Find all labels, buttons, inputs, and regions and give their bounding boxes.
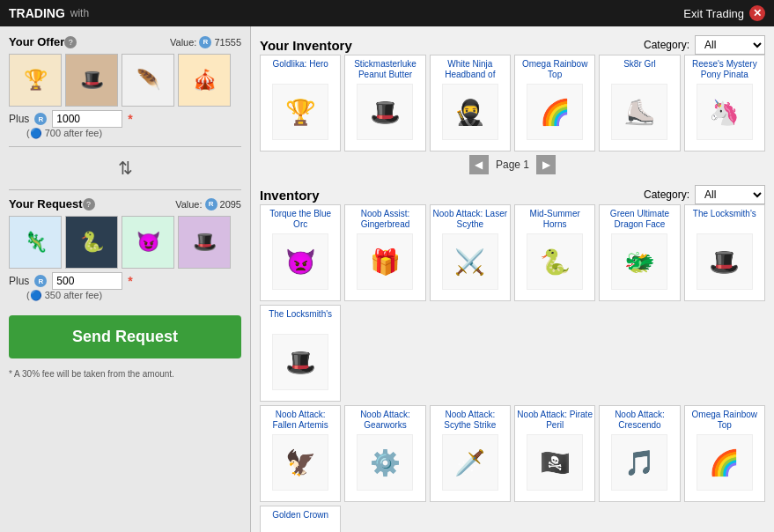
request-plus-input[interactable] — [52, 272, 122, 290]
your-request-value-row: Value: R 2095 — [175, 198, 241, 211]
offer-plus-row: Plus R * — [9, 110, 241, 128]
request-item-4[interactable]: 🎩 — [178, 216, 231, 269]
inventory-category-select[interactable]: All — [695, 185, 765, 204]
request-plus-row: Plus R * — [9, 272, 241, 290]
your-inventory-grid: Goldlika: Hero 🏆 Stickmasterluke Peanut … — [260, 55, 765, 151]
panel-divider-1 — [9, 146, 241, 147]
list-item[interactable]: Noob Assist: Gingerbread 🎁 — [344, 204, 425, 301]
request-fee-label: (🔵 350 after fee) — [26, 290, 241, 301]
request-plus-label: Plus — [9, 275, 29, 287]
offer-item-1[interactable]: 🏆 — [9, 54, 62, 107]
item-image: 🎁 — [357, 233, 413, 290]
request-star: * — [128, 274, 132, 288]
your-inventory-title: Your Inventory — [260, 38, 352, 53]
your-offer-help-icon[interactable]: ? — [64, 36, 77, 48]
list-item[interactable]: Noob Attack: Crescendo 🎵 — [599, 405, 680, 502]
item-name: Green Ultimate Dragon Face — [601, 209, 677, 230]
your-request-title: Your Request — [9, 197, 83, 211]
item-image: 🦅 — [272, 434, 328, 491]
send-request-button[interactable]: Send Request — [9, 315, 241, 358]
item-name: Omega Rainbow Top — [687, 410, 763, 431]
arrows-row: ⇅ — [9, 154, 241, 182]
trading-title: TRADING — [9, 6, 65, 20]
item-image: 🎩 — [357, 84, 413, 140]
fee-note: * A 30% fee will be taken from the amoun… — [9, 369, 241, 379]
your-offer-section: Your Offer ? Value: R 71555 🏆 🎩 🪶 — [9, 35, 241, 139]
item-image: ⛸️ — [611, 84, 667, 140]
inventory-title: Inventory — [260, 188, 320, 203]
list-item[interactable]: Noob Attack: Scythe Strike 🗡️ — [430, 405, 511, 502]
your-inventory-category-select[interactable]: All — [695, 35, 765, 55]
list-item[interactable]: Reese's Mystery Pony Pinata 🦄 — [684, 55, 765, 151]
list-item[interactable]: Noob Attack: Fallen Artemis 🦅 — [260, 405, 341, 502]
inventory-grid-row1: Torque the Blue Orc 👿 Noob Assist: Ginge… — [260, 204, 765, 402]
list-item[interactable]: The Locksmith's 🎩 — [684, 204, 765, 301]
your-request-help-icon[interactable]: ? — [83, 198, 95, 211]
offer-item-2[interactable]: 🎩 — [65, 54, 118, 107]
exit-label: Exit Trading — [683, 7, 744, 20]
item-image: 🥷 — [442, 84, 498, 140]
robux-icon-plus-offer: R — [34, 113, 47, 125]
list-item[interactable]: Omega Rainbow Top 🌈 — [514, 55, 595, 151]
offer-plus-input[interactable] — [52, 110, 122, 128]
item-image: 🐲 — [611, 233, 667, 290]
your-inventory-page-label: Page 1 — [496, 159, 529, 171]
main-layout: Your Offer ? Value: R 71555 🏆 🎩 🪶 — [0, 26, 774, 532]
list-item[interactable]: Noob Attack: Laser Scythe ⚔️ — [430, 204, 511, 301]
item-name: Noob Attack: Scythe Strike — [432, 410, 508, 431]
item-name: Noob Attack: Crescendo — [601, 410, 677, 431]
item-name: Stickmasterluke Peanut Butter — [347, 59, 423, 80]
item-name: Noob Attack: Pirate Peril — [517, 410, 593, 431]
offer-value-label: Value: — [170, 37, 196, 48]
list-item[interactable]: The Locksmith's 🎩 — [260, 305, 341, 402]
item-name: Noob Assist: Gingerbread — [347, 209, 423, 230]
offer-plus-label: Plus — [9, 113, 29, 125]
your-inventory-prev-button[interactable]: ◀ — [469, 155, 489, 174]
request-item-3[interactable]: 😈 — [122, 216, 174, 269]
offer-value: 71555 — [214, 37, 241, 48]
header: TRADING with Exit Trading ✕ — [0, 0, 774, 26]
request-item-2[interactable]: 🐍 — [65, 216, 118, 269]
request-item-1[interactable]: 🦎 — [9, 216, 62, 269]
your-offer-title: Your Offer — [9, 35, 64, 48]
item-name: Golden Crown — [272, 510, 328, 531]
item-image: 🎩 — [272, 334, 328, 390]
list-item[interactable]: Golden Crown 👑 — [260, 506, 341, 532]
list-item[interactable]: Omega Rainbow Top 🌈 — [684, 405, 765, 502]
your-inventory-pagination: ◀ Page 1 ▶ — [260, 155, 765, 174]
close-icon: ✕ — [749, 5, 765, 21]
robux-icon-request: R — [205, 198, 217, 211]
item-name: Mid-Summer Horns — [517, 209, 593, 230]
request-items-row: 🦎 🐍 😈 🎩 — [9, 216, 241, 269]
offer-item-3[interactable]: 🪶 — [122, 54, 174, 107]
list-item[interactable]: Stickmasterluke Peanut Butter 🎩 — [344, 55, 425, 151]
robux-icon-offer: R — [199, 36, 211, 48]
robux-icon-plus-request: R — [34, 275, 47, 287]
list-item[interactable]: Green Ultimate Dragon Face 🐲 — [599, 204, 680, 301]
exit-trading-button[interactable]: Exit Trading ✕ — [683, 5, 765, 21]
list-item[interactable]: Sk8r Grl ⛸️ — [599, 55, 680, 151]
inventory-grid-row2: Noob Attack: Fallen Artemis 🦅 Noob Attac… — [260, 405, 765, 532]
item-name: White Ninja Headband of — [432, 59, 508, 80]
list-item[interactable]: White Ninja Headband of 🥷 — [430, 55, 511, 151]
list-item[interactable]: Noob Attack: Pirate Peril 🏴‍☠️ — [514, 405, 595, 502]
list-item[interactable]: Torque the Blue Orc 👿 — [260, 204, 341, 301]
item-name: Goldlika: Hero — [272, 59, 328, 80]
inventory-category-label: Category: — [644, 188, 689, 201]
offer-fee-label: (🔵 700 after fee) — [26, 128, 241, 139]
item-name: The Locksmith's — [693, 209, 756, 230]
item-image: 🌈 — [527, 84, 583, 140]
item-image: 🏆 — [272, 84, 328, 140]
list-item[interactable]: Noob Attack: Gearworks ⚙️ — [344, 405, 425, 502]
request-value: 2095 — [220, 199, 241, 210]
your-inventory-next-button[interactable]: ▶ — [536, 155, 556, 174]
item-image: ⚔️ — [442, 233, 498, 290]
item-image: 🏴‍☠️ — [527, 434, 583, 491]
list-item[interactable]: Goldlika: Hero 🏆 — [260, 55, 341, 151]
offer-item-4[interactable]: 🎪 — [178, 54, 231, 107]
inventory-header: Inventory Category: All — [260, 185, 765, 204]
item-name: Noob Attack: Fallen Artemis — [262, 410, 338, 431]
list-item[interactable]: Mid-Summer Horns 🐍 — [514, 204, 595, 301]
item-image: 🦄 — [697, 84, 753, 140]
item-image: 🐍 — [527, 233, 583, 290]
